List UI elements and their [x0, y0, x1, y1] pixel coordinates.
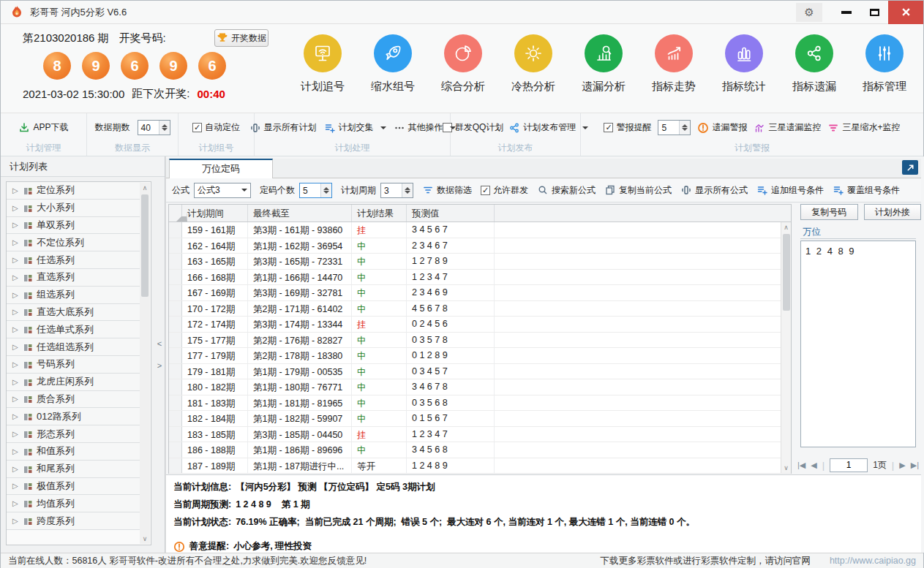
expand-triangle-icon[interactable]: ▷: [12, 499, 20, 507]
sidebar-series-item[interactable]: ▷ 直选系列: [7, 269, 141, 287]
checkbox-checked-icon[interactable]: ✓: [604, 123, 613, 132]
sidebar-series-item[interactable]: ▷ 任选组选系列: [7, 338, 141, 356]
expand-triangle-icon[interactable]: ▷: [12, 204, 20, 212]
show-all-formulas-button[interactable]: 显示所有公式: [680, 184, 748, 197]
scroll-down-icon[interactable]: ∨: [140, 535, 150, 542]
checkbox-checked-icon[interactable]: ✓: [481, 186, 490, 195]
table-row[interactable]: 170 - 172期 第2期 - 171期 - 61402 中 4 5 6 7 …: [169, 301, 791, 317]
table-row[interactable]: 167 - 169期 第3期 - 169期 - 32781 中 2 3 4 6 …: [169, 285, 791, 301]
next-page-icon[interactable]: ▶: [899, 461, 905, 470]
table-row[interactable]: 163 - 165期 第3期 - 165期 - 72331 中 1 2 7 8 …: [169, 254, 791, 270]
append-condition-button[interactable]: 追加组号条件: [756, 184, 824, 197]
sidebar-series-item[interactable]: ▷ 质合系列: [7, 391, 141, 409]
copy-formula-button[interactable]: 复制当前公式: [604, 184, 672, 197]
expand-triangle-icon[interactable]: ▷: [12, 273, 20, 281]
expand-panel-button[interactable]: [902, 160, 918, 175]
expand-triangle-icon[interactable]: ▷: [12, 378, 20, 386]
omission-alert-button[interactable]: 遗漏警报: [697, 121, 747, 134]
sidebar-series-item[interactable]: ▷ 大小系列: [7, 200, 141, 217]
allow-broadcast-checkbox[interactable]: ✓ 允许群发: [481, 184, 528, 197]
sidebar-series-item[interactable]: ▷ 和值系列: [7, 443, 141, 461]
scrollbar-thumb[interactable]: [783, 234, 790, 311]
table-row[interactable]: 180 - 182期 第1期 - 180期 - 76771 中 3 4 6 7 …: [169, 379, 791, 395]
expand-triangle-icon[interactable]: ▷: [12, 412, 20, 420]
minimize-button[interactable]: [833, 1, 860, 24]
numbers-box[interactable]: 1 2 4 8 9: [800, 241, 916, 447]
digit-count-spinner[interactable]: 5: [299, 183, 332, 198]
sidebar-series-item[interactable]: ▷ 组选系列: [7, 287, 141, 304]
nav-item-shrink-group[interactable]: 缩水组号: [358, 30, 428, 94]
tab-wanwei-dingma[interactable]: 万位定码: [169, 159, 273, 178]
auto-position-checkbox[interactable]: ✓ 自动定位: [192, 121, 240, 134]
expand-triangle-icon[interactable]: ▷: [12, 325, 20, 333]
sidebar-series-item[interactable]: ▷ 单双系列: [7, 217, 141, 235]
table-row[interactable]: 183 - 185期 第3期 - 185期 - 04450 挂 1 2 3 4 …: [169, 427, 791, 443]
search-formula-button[interactable]: 搜索新公式: [537, 184, 596, 197]
expand-triangle-icon[interactable]: ▷: [12, 291, 20, 299]
table-scrollbar[interactable]: ∧ ∨: [781, 222, 791, 473]
table-row[interactable]: 179 - 181期 第1期 - 179期 - 00535 中 0 3 4 5 …: [169, 364, 791, 380]
sidebar-series-item[interactable]: ▷ 龙虎庄闲系列: [7, 374, 141, 391]
table-row[interactable]: 172 - 174期 第3期 - 174期 - 13344 挂 0 2 4 5 …: [169, 317, 791, 333]
scroll-up-icon[interactable]: ∧: [781, 224, 791, 231]
publish-manage-button[interactable]: 计划发布管理: [508, 121, 588, 134]
col-final[interactable]: 最终截至: [248, 205, 352, 221]
plan-intersect-button[interactable]: 计划交集: [324, 121, 386, 134]
first-page-icon[interactable]: |◀: [797, 461, 805, 470]
sidebar-series-item[interactable]: ▷ 极值系列: [7, 478, 141, 496]
nav-item-indicator-trend[interactable]: 指标走势: [639, 30, 709, 94]
sidebar-series-item[interactable]: ▷ 定位系列: [7, 182, 141, 200]
table-row[interactable]: 187 - 189期 第1期 - 187期进行中... 等开 1 2 4 8 9: [169, 458, 791, 474]
expand-triangle-icon[interactable]: ▷: [12, 308, 20, 316]
sidebar-scrollbar[interactable]: ∧ ∨: [140, 183, 150, 544]
expand-triangle-icon[interactable]: ▷: [12, 256, 20, 264]
col-result[interactable]: 计划结果: [352, 205, 407, 221]
expand-triangle-icon[interactable]: ▷: [12, 482, 20, 490]
expand-triangle-icon[interactable]: ▷: [12, 395, 20, 403]
table-row[interactable]: 162 - 164期 第1期 - 162期 - 36954 中 2 3 4 6 …: [169, 238, 791, 254]
settings-gear-icon[interactable]: ⚙: [796, 3, 822, 22]
data-periods-spinner[interactable]: 40: [138, 120, 170, 135]
draw-data-button[interactable]: 开奖数据: [214, 29, 268, 47]
sidebar-series-item[interactable]: ▷ 任选单式系列: [7, 321, 141, 338]
scrollbar-thumb[interactable]: [141, 194, 149, 297]
sidebar-series-item[interactable]: ▷ 号码系列: [7, 356, 141, 374]
table-row[interactable]: 159 - 161期 第3期 - 161期 - 93860 挂 3 4 5 6 …: [169, 222, 791, 238]
expand-triangle-icon[interactable]: ▷: [12, 447, 20, 455]
col-predict[interactable]: 预测值: [407, 205, 495, 221]
spinner-arrows-icon[interactable]: [679, 121, 690, 135]
scroll-down-icon[interactable]: ∨: [781, 464, 791, 472]
spinner-arrows-icon[interactable]: [402, 183, 413, 197]
plan-cycle-spinner[interactable]: 3: [380, 183, 413, 198]
expand-triangle-icon[interactable]: ▷: [12, 517, 20, 525]
nav-item-comprehensive-analysis[interactable]: 综合分析: [428, 30, 498, 94]
app-download-button[interactable]: APP下载: [18, 121, 68, 134]
copy-numbers-button[interactable]: 复制号码: [800, 204, 858, 220]
nav-item-indicator-omission[interactable]: 指标遗漏: [779, 30, 849, 94]
sidebar-series-item[interactable]: ▷ 任选系列: [7, 251, 141, 269]
table-row[interactable]: 186 - 188期 第1期 - 186期 - 89696 中 3 4 5 6 …: [169, 442, 791, 458]
threestar-shrink-monitor-button[interactable]: 三星缩水+监控: [827, 121, 900, 134]
nav-item-omission-analysis[interactable]: 遗漏分析: [568, 30, 639, 94]
formula-select[interactable]: 公式3: [194, 183, 251, 198]
table-row[interactable]: 175 - 177期 第2期 - 176期 - 82827 中 0 3 5 7 …: [169, 333, 791, 349]
alert-remind-checkbox[interactable]: ✓ 警报提醒: [604, 121, 651, 134]
sidebar-series-item[interactable]: ▷ 和尾系列: [7, 461, 141, 478]
table-row[interactable]: 166 - 168期 第1期 - 166期 - 14470 中 1 2 3 4 …: [169, 270, 791, 286]
nav-item-hot-cold-analysis[interactable]: 冷热分析: [498, 30, 568, 94]
spinner-arrows-icon[interactable]: [159, 121, 170, 135]
expand-triangle-icon[interactable]: ▷: [12, 343, 20, 351]
expand-triangle-icon[interactable]: ▷: [12, 360, 20, 368]
maximize-button[interactable]: [860, 1, 888, 24]
nav-item-indicator-manage[interactable]: 指标管理: [849, 30, 920, 94]
sidebar-series-item[interactable]: ▷ 跨度系列: [7, 512, 141, 530]
collapse-right-icon[interactable]: >: [157, 361, 162, 370]
sidebar-series-item[interactable]: ▷ 012路系列: [7, 408, 141, 425]
plan-external-button[interactable]: 计划外接: [864, 204, 922, 220]
expand-triangle-icon[interactable]: ▷: [12, 465, 20, 473]
page-input[interactable]: [830, 458, 868, 472]
collapse-left-icon[interactable]: <: [157, 339, 162, 348]
prev-page-icon[interactable]: ◀: [811, 461, 816, 470]
sidebar-splitter[interactable]: < >: [154, 156, 165, 553]
sidebar-series-item[interactable]: ▷ 直选大底系列: [7, 304, 141, 322]
